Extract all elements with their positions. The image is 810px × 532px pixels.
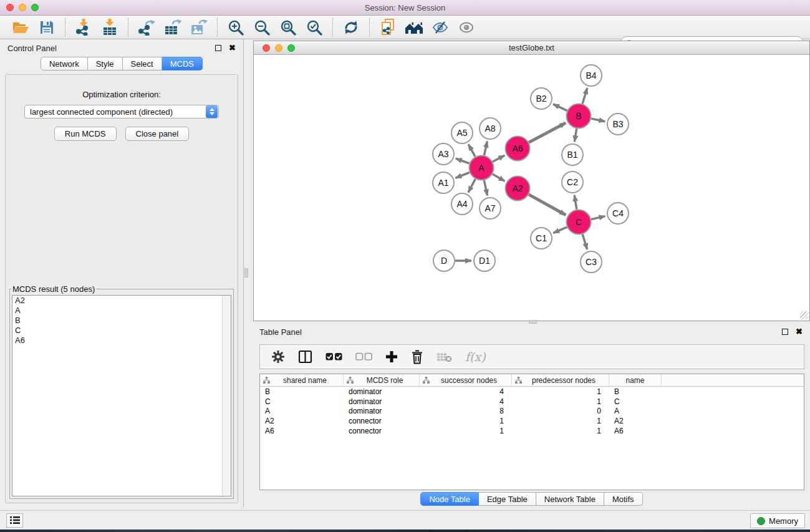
table-tab-node-table[interactable]: Node Table [420,492,479,506]
graph-edge-A-A7[interactable] [484,180,487,196]
mcds-result-item[interactable]: A [12,306,231,316]
run-mcds-button[interactable]: Run MCDS [54,127,117,141]
save-session-button[interactable] [34,17,60,37]
graph-node-C4[interactable]: C4 [607,203,629,224]
table-tab-network-table[interactable]: Network Table [536,492,604,506]
graph-edge-A2-C[interactable] [529,195,566,215]
task-history-button[interactable] [6,513,23,528]
graph-node-A1[interactable]: A1 [433,172,454,193]
new-network-from-selection-button[interactable] [375,17,401,37]
graph-node-A7[interactable]: A7 [480,198,501,219]
graph-node-D[interactable]: D [433,250,455,271]
graph-node-A8[interactable]: A8 [480,118,501,139]
table-tab-edge-table[interactable]: Edge Table [479,492,536,506]
column-header-mcds-role[interactable]: MCDS role [344,374,420,386]
table-cell: 1 [512,417,609,425]
zoom-fit-button[interactable] [275,17,301,37]
mcds-result-item[interactable]: A2 [12,296,231,306]
column-header-predecessor-nodes[interactable]: predecessor nodes [512,374,609,386]
tab-select[interactable]: Select [123,57,162,70]
memory-button[interactable]: Memory [750,513,805,528]
table-row[interactable]: Adominator80A [260,406,804,416]
graph-node-A[interactable]: A [470,156,494,180]
table-float-panel-icon[interactable] [782,329,788,335]
import-table-button[interactable] [97,17,123,37]
export-image-button[interactable] [186,17,212,37]
mcds-result-item[interactable]: B [12,316,231,326]
network-canvas[interactable]: B4B2BB3A8A5A6B1A3AA1C2A2A4A7C4CC1C3DD1 [254,55,809,321]
table-row[interactable]: A6connector11A6 [260,426,804,436]
open-session-button[interactable] [7,17,34,37]
tab-style[interactable]: Style [88,57,123,70]
hide-graphics-details-button[interactable] [427,17,453,37]
column-header-name[interactable]: name [609,374,662,386]
zoom-selected-button[interactable] [301,17,327,37]
graph-edge-B-B1[interactable] [574,128,576,142]
graph-edge-A-A2[interactable] [493,174,505,181]
graph-node-A3[interactable]: A3 [433,143,454,165]
table-row[interactable]: Cdominator41C [260,397,804,407]
table-row[interactable]: A2connector11A2 [260,416,804,426]
graph-node-B1[interactable]: B1 [562,144,583,165]
optimization-criterion-select[interactable]: largest connected component (directed) [24,105,219,118]
select-all-rows-button[interactable] [325,352,342,361]
first-neighbors-button[interactable] [401,17,427,37]
table-tab-motifs[interactable]: Motifs [604,492,643,506]
graph-edge-C-C3[interactable] [582,235,587,249]
column-header-shared-name[interactable]: shared name [260,374,344,386]
delete-columns-button[interactable] [411,350,423,364]
create-column-button[interactable] [385,351,398,363]
graph-node-A4[interactable]: A4 [451,193,473,215]
zoom-out-button[interactable] [249,17,275,37]
window-resize-grip[interactable] [800,311,809,320]
close-panel-button[interactable]: Close panel [125,127,190,141]
mcds-result-item[interactable]: A6 [12,336,231,346]
graph-edge-A-A5[interactable] [468,144,475,157]
graph-edge-C-C2[interactable] [574,195,577,210]
vertical-splitter-handle[interactable] [244,268,248,278]
graph-edge-A-A4[interactable] [468,179,475,192]
float-panel-icon[interactable] [215,45,221,51]
import-network-button[interactable] [70,17,97,37]
tab-network[interactable]: Network [41,57,88,70]
close-panel-icon[interactable]: ✖ [229,45,236,51]
graph-edge-C-C1[interactable] [553,227,567,233]
graph-edge-B-B3[interactable] [591,118,605,122]
export-network-button[interactable] [133,17,160,37]
graph-edge-A6-B[interactable] [529,123,566,142]
graph-node-A5[interactable]: A5 [451,122,473,143]
deselect-all-rows-button[interactable] [355,352,372,361]
network-window-titlebar[interactable]: testGlobe.txt [254,41,809,55]
column-header-successor-nodes[interactable]: successor nodes [420,374,512,386]
graph-node-B4[interactable]: B4 [581,65,602,86]
toggle-columns-button[interactable] [298,350,312,364]
show-graphics-details-button[interactable] [453,17,480,37]
table-settings-button[interactable] [271,350,285,364]
graph-node-B[interactable]: B [567,104,591,128]
tab-mcds[interactable]: MCDS [162,57,203,70]
export-table-button[interactable] [160,17,186,37]
mcds-result-listbox[interactable]: A2ABCA6 [12,295,231,496]
apply-layout-button[interactable] [338,17,364,37]
table-close-panel-icon[interactable]: ✖ [796,329,803,335]
zoom-in-button[interactable] [223,17,249,37]
graph-node-B2[interactable]: B2 [531,88,552,109]
graph-edge-A-A6[interactable] [493,155,504,162]
graph-node-B3[interactable]: B3 [607,114,629,135]
graph-edge-B-B4[interactable] [582,88,587,104]
graph-node-C1[interactable]: C1 [531,228,552,249]
graph-node-C[interactable]: C [567,210,591,235]
table-row[interactable]: Bdominator41B [260,387,804,397]
graph-node-A6[interactable]: A6 [506,137,530,161]
graph-node-D1[interactable]: D1 [474,250,495,271]
graph-node-C3[interactable]: C3 [581,251,602,273]
listbox-scrollbar[interactable] [222,296,231,496]
graph-edge-B-B2[interactable] [553,104,567,110]
graph-edge-A-A8[interactable] [484,142,487,156]
graph-edge-C-C4[interactable] [591,216,605,220]
graph-node-A2[interactable]: A2 [506,177,530,201]
mcds-result-item[interactable]: C [12,326,231,336]
graph-edge-A-A1[interactable] [456,173,470,178]
graph-node-C2[interactable]: C2 [562,172,583,193]
graph-edge-A-A3[interactable] [456,158,470,163]
